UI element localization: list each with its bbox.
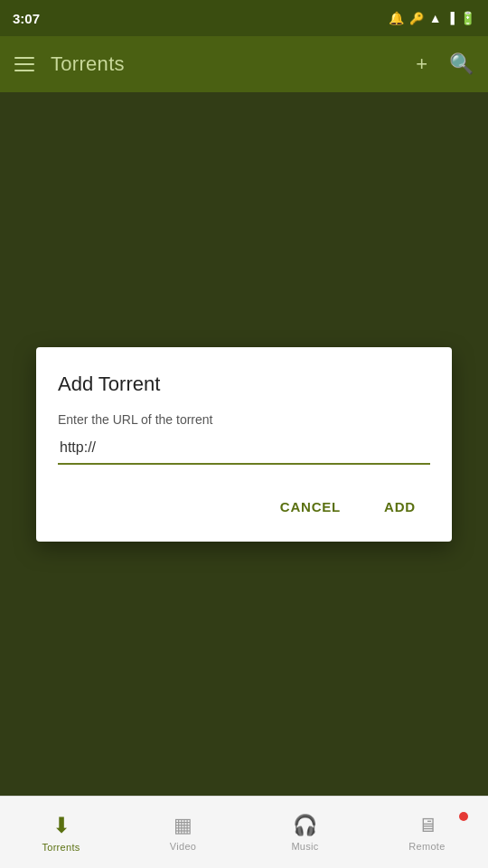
wifi-icon: ▲ (429, 11, 442, 25)
notification-icon: 🔔 (389, 11, 404, 25)
dialog-buttons: CANCEL ADD (58, 490, 430, 524)
signal-icon: ▐ (446, 12, 455, 24)
remote-icon: 🖥 (418, 814, 437, 837)
video-icon: ▦ (174, 814, 192, 837)
search-icon[interactable]: 🔍 (449, 52, 474, 76)
nav-label-remote: Remote (408, 841, 445, 852)
music-icon: 🎧 (293, 814, 317, 837)
toolbar-left: Torrents (14, 52, 125, 76)
add-torrent-dialog: Add Torrent Enter the URL of the torrent… (36, 347, 452, 542)
torrents-icon: ⬇ (52, 813, 70, 838)
main-content: Add Torrent Enter the URL of the torrent… (0, 92, 488, 796)
toolbar: Torrents + 🔍 (0, 36, 488, 92)
nav-item-torrents[interactable]: ⬇ Torrents (0, 813, 122, 853)
cancel-button[interactable]: CANCEL (266, 490, 355, 524)
dialog-title: Add Torrent (58, 373, 430, 396)
nav-item-music[interactable]: 🎧 Music (244, 814, 366, 852)
page-title: Torrents (51, 52, 125, 76)
status-bar: 3:07 🔔 🔑 ▲ ▐ 🔋 (0, 0, 488, 36)
torrent-url-input[interactable] (58, 436, 430, 465)
nav-item-video[interactable]: ▦ Video (122, 814, 244, 852)
nav-label-music: Music (291, 841, 318, 852)
nav-label-torrents: Torrents (42, 842, 80, 853)
add-button[interactable]: ADD (370, 490, 430, 524)
battery-icon: 🔋 (460, 11, 475, 25)
vpn-icon: 🔑 (409, 12, 424, 25)
nav-label-video: Video (170, 841, 196, 852)
bottom-nav: ⬇ Torrents ▦ Video 🎧 Music 🖥 Remote (0, 796, 488, 868)
status-icons: 🔔 🔑 ▲ ▐ 🔋 (389, 11, 475, 25)
status-time: 3:07 (13, 11, 40, 26)
dialog-overlay: Add Torrent Enter the URL of the torrent… (0, 92, 488, 796)
menu-button[interactable] (14, 57, 34, 71)
nav-item-remote[interactable]: 🖥 Remote (366, 814, 488, 852)
dialog-label: Enter the URL of the torrent (58, 412, 430, 427)
add-torrent-icon[interactable]: + (416, 52, 427, 76)
remote-badge (459, 812, 468, 821)
toolbar-right: + 🔍 (416, 52, 474, 76)
